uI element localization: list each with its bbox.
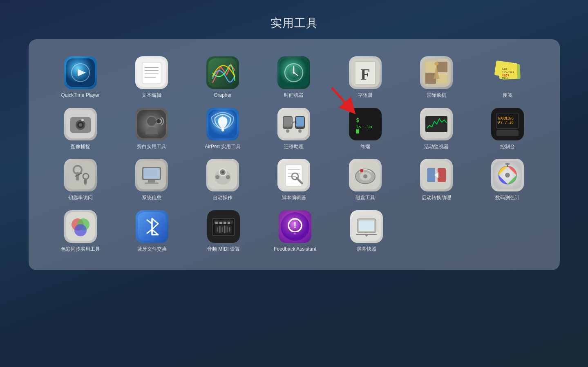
app-label-screenshot: 屏幕快照 [357,246,376,253]
app-icon-bootcamp [420,159,453,191]
app-label-chess: 国际象棋 [427,92,446,99]
app-icon-colorsync [64,210,97,243]
app-label-audiomidi: 音频 MIDI 设置 [207,246,240,253]
svg-point-104 [74,224,87,236]
svg-text:!: ! [293,220,296,230]
app-item-timemachine[interactable]: 时间机器 [258,52,329,104]
svg-rect-72 [148,180,155,182]
svg-rect-94 [438,168,446,182]
app-item-sysinfo[interactable]: 系统信息 [116,155,187,206]
app-icon-migration [277,108,310,140]
app-row-3: 色彩同步实用工具蓝牙文件交换音频 MIDI 设置!Feedback Assist… [45,206,543,258]
app-icon-bluetooth [136,210,168,243]
app-item-keychain[interactable]: 钥匙串访问 [45,155,116,206]
svg-text:WARNING: WARNING [498,116,514,120]
app-icon-grapher [206,56,239,89]
app-label-terminal: 终端 [360,144,370,150]
app-item-airport[interactable]: AirPort 实用工具 [187,104,258,155]
svg-rect-82 [286,165,302,186]
app-item-migration[interactable]: 迁移助理 [258,104,329,155]
app-label-activitymonitor: 活动监视器 [424,144,449,150]
app-item-activitymonitor[interactable]: 活动监视器 [401,104,472,155]
app-item-audiomidi[interactable]: 音频 MIDI 设置 [188,206,259,258]
svg-point-91 [360,169,363,172]
app-item-console[interactable]: WARNINGAY 7:36控制台 [472,104,543,155]
svg-text:AY 7:36: AY 7:36 [498,120,514,125]
app-icon-stickies: Los555-7361EggsMilk [491,56,524,89]
app-row-2: 钥匙串访问系统信息自动操作脚本编辑器磁盘工具启动转换助理数码测色计 [45,155,543,206]
app-icon-quicktime [64,56,97,89]
app-icon-screenshot [350,210,383,243]
svg-point-78 [221,171,224,173]
app-label-imagecapture: 图像捕捉 [71,144,90,150]
svg-point-80 [226,175,230,179]
app-item-quicktime[interactable]: QuickTime Player [45,52,116,104]
app-icon-diskutility [349,159,382,191]
svg-rect-20 [425,62,436,72]
app-label-textedit: 文本编辑 [142,92,161,99]
app-label-sysinfo: 系统信息 [142,195,161,201]
app-item-stickies[interactable]: Los555-7361EggsMilk便笺 [472,52,543,104]
svg-text:$: $ [356,117,359,123]
svg-text:Los: Los [502,67,508,71]
app-item-screenshot[interactable]: 屏幕快照 [331,206,402,258]
app-label-airport: AirPort 实用工具 [205,144,241,150]
app-label-keychain: 钥匙串访问 [68,195,93,201]
svg-point-90 [363,174,367,178]
app-label-grapher: Grapher [214,92,232,99]
svg-point-37 [79,123,82,127]
app-item-fontbook[interactable]: F字体册 [330,52,401,104]
app-item-chess[interactable]: 国际象棋 [401,52,472,104]
app-item-colorsync[interactable]: 色彩同步实用工具 [45,206,116,258]
app-row-1: 图像捕捉旁白实用工具AirPort 实用工具迁移助理$ls -la终端活动监视器… [45,104,543,155]
app-item-bluetooth[interactable]: 蓝牙文件交换 [116,206,188,258]
svg-point-41 [156,119,161,124]
app-icon-digitalcolor [491,159,524,191]
app-item-scripteditor[interactable]: 脚本编辑器 [258,155,329,206]
svg-rect-73 [145,182,159,184]
app-icon-scripteditor [277,159,310,191]
svg-point-43 [221,129,224,131]
svg-rect-71 [143,168,160,179]
app-icon-textedit [135,56,168,89]
app-item-automator[interactable]: 自动操作 [187,155,258,206]
app-icon-console: WARNINGAY 7:36 [491,108,524,140]
svg-rect-48 [296,117,304,127]
app-item-terminal[interactable]: $ls -la终端 [330,104,401,155]
app-label-feedback: Feedback Assistant [274,246,316,253]
svg-rect-21 [437,62,447,72]
app-item-diskutility[interactable]: 磁盘工具 [330,155,401,206]
app-item-textedit[interactable]: 文本编辑 [116,52,187,104]
app-label-console: 控制台 [500,144,515,150]
app-icon-audiomidi [207,210,240,243]
app-item-digitalcolor[interactable]: 数码测色计 [472,155,543,206]
app-label-colorsync: 色彩同步实用工具 [61,246,100,253]
svg-text:F: F [360,66,370,83]
app-item-feedback[interactable]: !Feedback Assistant [259,206,331,258]
app-icon-airport [206,108,239,140]
svg-rect-113 [219,222,222,224]
app-label-voiceover: 旁白实用工具 [137,144,166,150]
app-row-0: QuickTime Player文本编辑Grapher时间机器F字体册国际象棋L… [45,52,543,104]
app-grid: QuickTime Player文本编辑Grapher时间机器F字体册国际象棋L… [29,39,560,270]
app-item-grapher[interactable]: Grapher [187,52,258,104]
app-item-bootcamp[interactable]: 启动转换助理 [401,155,472,206]
svg-rect-115 [228,222,230,224]
app-label-bootcamp: 启动转换助理 [422,195,451,201]
app-label-migration: 迁移助理 [284,144,304,150]
svg-rect-67 [84,178,87,185]
page-title: 实用工具 [271,16,318,31]
svg-rect-4 [142,62,161,84]
app-label-scripteditor: 脚本编辑器 [282,195,306,201]
app-icon-keychain [64,159,97,191]
app-icon-chess [420,56,453,89]
app-label-quicktime: QuickTime Player [61,92,100,99]
app-item-imagecapture[interactable]: 图像捕捉 [45,104,116,155]
app-label-timemachine: 时间机器 [284,92,304,99]
svg-rect-62 [496,130,519,136]
svg-rect-112 [215,222,218,224]
svg-point-79 [215,175,219,179]
svg-point-50 [286,129,289,133]
app-item-voiceover[interactable]: 旁白实用工具 [116,104,187,155]
svg-rect-93 [427,168,435,182]
